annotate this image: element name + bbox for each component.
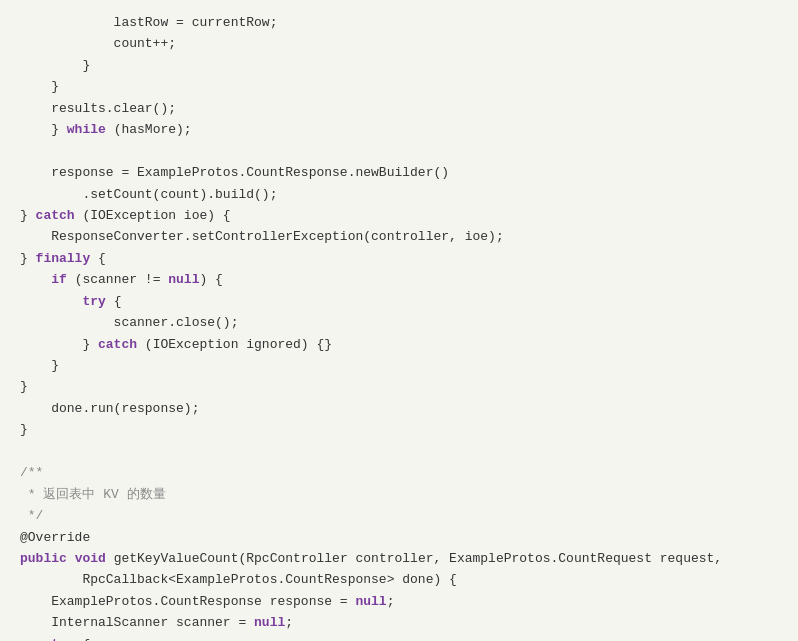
code-line-26: public void getKeyValueCount(RpcControll… xyxy=(20,548,778,569)
code-line-9: .setCount(count).build(); xyxy=(20,184,778,205)
code-container: lastRow = currentRow; count++; } } resul… xyxy=(0,0,798,641)
code-line-27: RpcCallback<ExampleProtos.CountResponse>… xyxy=(20,569,778,590)
code-line-10: } catch (IOException ioe) { xyxy=(20,205,778,226)
code-line-25: @Override xyxy=(20,527,778,548)
code-line-2: count++; xyxy=(20,33,778,54)
code-line-6: } while (hasMore); xyxy=(20,119,778,140)
code-line-30: try { xyxy=(20,634,778,641)
code-line-11: ResponseConverter.setControllerException… xyxy=(20,226,778,247)
code-line-19: done.run(response); xyxy=(20,398,778,419)
code-line-29: InternalScanner scanner = null; xyxy=(20,612,778,633)
code-line-15: scanner.close(); xyxy=(20,312,778,333)
code-line-24: */ xyxy=(20,505,778,526)
code-line-5: results.clear(); xyxy=(20,98,778,119)
code-line-13: if (scanner != null) { xyxy=(20,269,778,290)
code-line-1: lastRow = currentRow; xyxy=(20,12,778,33)
code-line-8: response = ExampleProtos.CountResponse.n… xyxy=(20,162,778,183)
code-line-4: } xyxy=(20,76,778,97)
code-line-7 xyxy=(20,141,778,162)
code-line-17: } xyxy=(20,355,778,376)
code-line-16: } catch (IOException ignored) {} xyxy=(20,334,778,355)
code-line-28: ExampleProtos.CountResponse response = n… xyxy=(20,591,778,612)
code-line-22: /** xyxy=(20,462,778,483)
code-line-23: * 返回表中 KV 的数量 xyxy=(20,484,778,505)
code-line-3: } xyxy=(20,55,778,76)
code-line-18: } xyxy=(20,376,778,397)
code-block: lastRow = currentRow; count++; } } resul… xyxy=(0,8,798,641)
code-line-20: } xyxy=(20,419,778,440)
code-line-12: } finally { xyxy=(20,248,778,269)
code-line-14: try { xyxy=(20,291,778,312)
code-line-21 xyxy=(20,441,778,462)
